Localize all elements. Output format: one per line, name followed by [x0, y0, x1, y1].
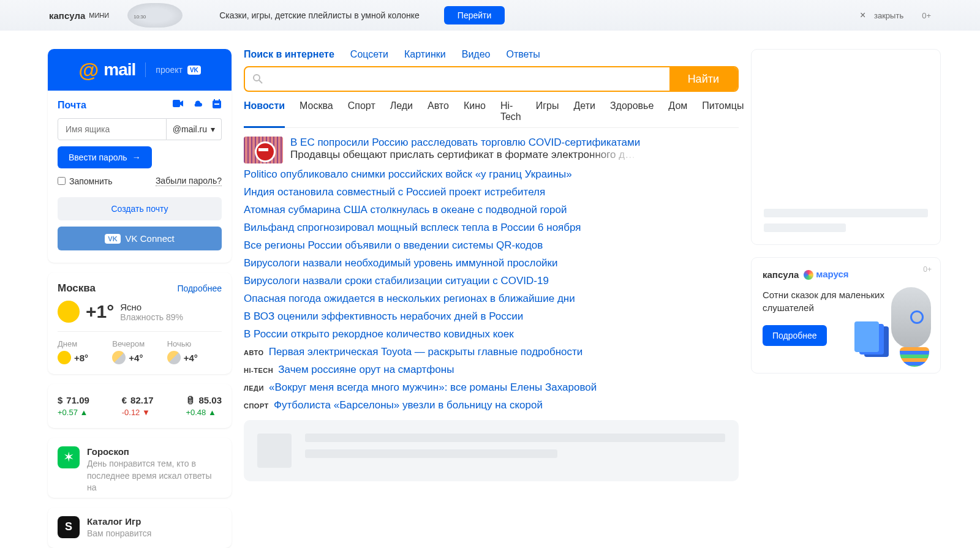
games-text: Вам понравится	[87, 528, 151, 540]
news-link[interactable]: Атомная субмарина США столкнулась в океа…	[244, 204, 739, 216]
vk-badge-icon: VK	[187, 66, 201, 75]
rings-icon	[900, 347, 929, 367]
banner-cta-button[interactable]: Перейти	[444, 6, 505, 24]
search-button[interactable]: Найти	[669, 67, 737, 91]
tab-auto[interactable]: Авто	[428, 100, 449, 122]
tab-hitech[interactable]: Hi-Tech	[500, 100, 521, 122]
news-link[interactable]: Все регионы России объявили о введении с…	[244, 239, 739, 252]
news-list: Politico опубликовало снимки российских …	[244, 168, 739, 411]
search-input[interactable]	[271, 67, 669, 91]
tab-lady[interactable]: Леди	[390, 100, 413, 122]
weather-city: Москва	[58, 282, 96, 295]
remember-checkbox-input[interactable]	[58, 177, 66, 185]
rate-value: 85.03	[198, 395, 222, 405]
vk-connect-button[interactable]: VK VK Connect	[58, 227, 222, 250]
ad-placeholder	[751, 49, 941, 245]
rate-diff: -0.12 ▼	[122, 408, 154, 417]
forecast-evening: Вечером +4°	[112, 339, 167, 364]
tab-social[interactable]: Соцсети	[350, 49, 388, 60]
currency-rates[interactable]: $ 71.09 +0.57 ▲ € 82.17 -0.12 ▼ 🛢 85.03 …	[48, 384, 232, 428]
at-icon: @	[78, 58, 99, 82]
weather-forecast: Днем +8° Вечером +4° Ночью +4°	[58, 339, 222, 364]
rate-usd: $ 71.09 +0.57 ▲	[58, 395, 89, 417]
tagged-news-row[interactable]: СПОРТ Футболиста «Барселоны» увезли в бо…	[244, 399, 739, 411]
horoscope-icon: ✶	[58, 446, 80, 468]
banner-brand: капсула МИНИ	[49, 10, 109, 21]
rate-value: 82.17	[130, 395, 154, 405]
category-tabs: Новости Москва Спорт Леди Авто Кино Hi-T…	[244, 100, 739, 128]
tab-moscow[interactable]: Москва	[300, 100, 333, 122]
promo-age-rating: 0+	[923, 265, 932, 274]
tagged-news-row[interactable]: ЛЕДИ «Вокруг меня всегда много мужчин»: …	[244, 381, 739, 394]
weather-widget[interactable]: Москва Подробнее +1° Ясно Влажность 89% …	[48, 272, 232, 374]
tagged-news-row[interactable]: HI-TECH Зачем россияне орут на смартфоны	[244, 364, 739, 376]
project-label: проект	[156, 65, 183, 75]
oil-icon: 🛢	[186, 395, 195, 405]
featured-news[interactable]: В ЕС попросили Россию расследовать торго…	[244, 137, 739, 163]
news-link[interactable]: Первая электрическая Toyota — раскрыты г…	[269, 346, 583, 358]
promo-banner: капсула МИНИ Сказки, игры, детские плейл…	[0, 0, 980, 31]
promo-button[interactable]: Подробнее	[763, 325, 827, 346]
news-link[interactable]: Зачем россияне орут на смартфоны	[278, 364, 454, 375]
loading-skeleton	[244, 420, 739, 481]
domain-select[interactable]: @mail.ru ▾	[167, 118, 222, 140]
tab-answers[interactable]: Ответы	[506, 49, 540, 60]
rate-value: 71.09	[66, 395, 89, 405]
calendar-icon[interactable]	[212, 99, 222, 111]
news-link[interactable]: Футболиста «Барселоны» увезли в больницу…	[274, 399, 543, 411]
mail-section-title[interactable]: Почта	[58, 100, 86, 111]
sun-icon	[58, 351, 71, 364]
skeleton-line	[305, 449, 557, 458]
rate-diff: +0.57 ▲	[58, 408, 89, 417]
forecast-temp: +4°	[129, 353, 143, 363]
news-link[interactable]: Вирусологи назвали необходимый уровень и…	[244, 257, 739, 269]
svg-rect-2	[214, 99, 215, 102]
chevron-down-icon: ▾	[211, 124, 215, 134]
news-link[interactable]: В ВОЗ оценили эффективность нерабочих дн…	[244, 310, 739, 323]
news-tag: ЛЕДИ	[244, 385, 264, 392]
promo-brand2: маруся	[804, 269, 848, 280]
tab-images[interactable]: Картинки	[404, 49, 446, 60]
tab-pets[interactable]: Питомцы	[702, 100, 744, 122]
horoscope-card[interactable]: ✶ Гороскоп День понравится тем, кто в по…	[48, 438, 232, 498]
remember-checkbox[interactable]: Запомнить	[58, 176, 113, 186]
banner-close-button[interactable]: × закрыть	[860, 10, 903, 21]
featured-subtitle: Продавцы обещают прислать сертификат в ф…	[290, 149, 639, 161]
news-link[interactable]: Индия остановила совместный с Россией пр…	[244, 186, 739, 198]
news-link[interactable]: Вирусологи назвали сроки стабилизации си…	[244, 275, 739, 287]
featured-thumbnail	[244, 137, 283, 163]
tab-health[interactable]: Здоровье	[610, 100, 654, 122]
news-link[interactable]: «Вокруг меня всегда много мужчин»: все р…	[269, 381, 597, 393]
skeleton-image	[257, 434, 292, 468]
promo-brand-row: капсула маруся	[763, 269, 929, 280]
games-catalog-card[interactable]: S Каталог Игр Вам понравится	[48, 508, 232, 548]
tab-games[interactable]: Игры	[536, 100, 559, 122]
username-input[interactable]	[58, 118, 167, 140]
tagged-news-row[interactable]: АВТО Первая электрическая Toyota — раскр…	[244, 346, 739, 358]
forgot-password-link[interactable]: Забыли пароль?	[156, 176, 222, 186]
tab-video[interactable]: Видео	[462, 49, 491, 60]
news-link[interactable]: Опасная погода ожидается в нескольких ре…	[244, 293, 739, 305]
tab-cinema[interactable]: Кино	[464, 100, 486, 122]
news-tag: HI-TECH	[244, 367, 273, 374]
news-link[interactable]: Politico опубликовало снимки российских …	[244, 168, 739, 181]
side-promo[interactable]: 0+ капсула маруся Сотни сказок для мален…	[751, 257, 941, 373]
create-mail-button[interactable]: Создать почту	[58, 197, 222, 220]
tab-news[interactable]: Новости	[244, 100, 285, 128]
cloud-icon[interactable]	[192, 99, 203, 111]
enter-password-button[interactable]: Ввести пароль →	[58, 146, 152, 168]
news-link[interactable]: В России открыто рекордное количество ко…	[244, 328, 739, 340]
tab-sport[interactable]: Спорт	[348, 100, 375, 122]
tab-search-internet[interactable]: Поиск в интернете	[244, 49, 334, 60]
speaker-icon	[891, 287, 931, 348]
weather-more-link[interactable]: Подробнее	[177, 283, 222, 293]
tab-home[interactable]: Дом	[668, 100, 687, 122]
close-icon: ×	[860, 10, 865, 20]
svg-rect-3	[219, 99, 220, 102]
tab-kids[interactable]: Дети	[573, 100, 595, 122]
news-tag: АВТО	[244, 349, 263, 356]
video-icon[interactable]	[173, 99, 184, 111]
news-link[interactable]: Вильфанд спрогнозировал мощный всплеск т…	[244, 222, 739, 234]
forecast-day: Днем +8°	[58, 339, 112, 364]
mail-logo-header[interactable]: @ mail проект VK	[48, 49, 232, 91]
